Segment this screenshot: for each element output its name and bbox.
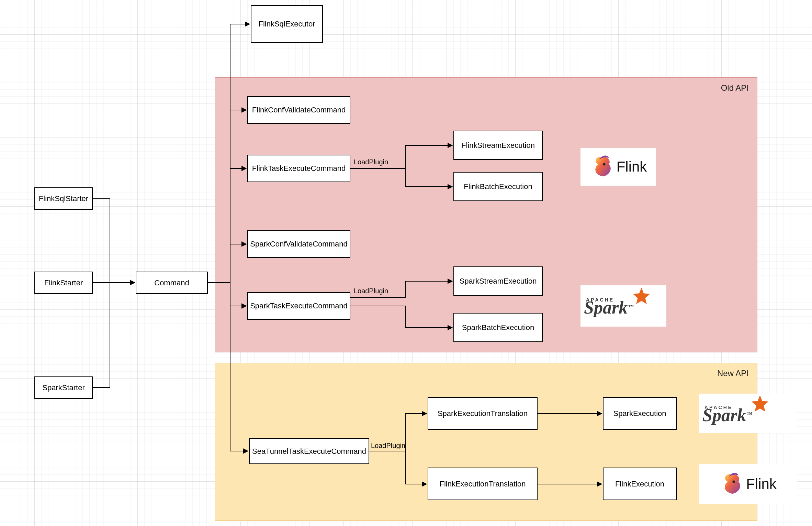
logo-spark-new: APACHE SparkTM xyxy=(699,394,797,433)
node-flink-conf-validate-command: FlinkConfValidateCommand xyxy=(247,96,350,124)
edge-label-load-plugin-2: LoadPlugin xyxy=(354,287,388,295)
logo-spark-text: Spark xyxy=(584,298,628,317)
node-label: Command xyxy=(154,278,189,287)
logo-flink-text: Flink xyxy=(746,476,777,492)
node-flink-stream-execution: FlinkStreamExecution xyxy=(453,131,543,160)
region-old-api-label: Old API xyxy=(721,83,749,93)
node-spark-execution-translation: SparkExecutionTranslation xyxy=(428,397,538,430)
node-flink-starter: FlinkStarter xyxy=(34,272,93,294)
node-label: SparkBatchExecution xyxy=(462,323,534,332)
node-label: FlinkExecution xyxy=(615,480,664,489)
region-new-api-label: New API xyxy=(717,369,749,378)
squirrel-icon xyxy=(590,155,614,179)
edge-label-load-plugin-3: LoadPlugin xyxy=(371,442,405,450)
svg-point-1 xyxy=(733,480,735,483)
node-command: Command xyxy=(136,272,208,294)
node-label: SparkStreamExecution xyxy=(460,277,537,286)
node-spark-task-execute-command: SparkTaskExecuteCommand xyxy=(247,292,350,320)
node-flink-execution: FlinkExecution xyxy=(603,468,677,500)
node-flink-batch-execution: FlinkBatchExecution xyxy=(453,172,543,201)
logo-flink-text: Flink xyxy=(617,158,647,175)
node-flink-execution-translation: FlinkExecutionTranslation xyxy=(428,468,538,500)
logo-flink-old: Flink xyxy=(580,148,656,186)
node-spark-stream-execution: SparkStreamExecution xyxy=(453,266,543,296)
node-label: SparkExecutionTranslation xyxy=(438,409,528,418)
squirrel-icon xyxy=(719,472,743,496)
spark-star-icon xyxy=(751,394,769,413)
logo-flink-new: Flink xyxy=(699,464,797,504)
node-label: FlinkBatchExecution xyxy=(464,182,532,191)
diagram-canvas: Old API New API FlinkSqlStarter FlinkSta… xyxy=(0,0,812,526)
edge-label-load-plugin-1: LoadPlugin xyxy=(354,158,388,166)
node-spark-batch-execution: SparkBatchExecution xyxy=(453,313,543,342)
node-seatunnel-task-execute-command: SeaTunnelTaskExecuteCommand xyxy=(249,438,369,464)
svg-point-0 xyxy=(603,163,605,166)
node-label: FlinkStreamExecution xyxy=(461,141,535,150)
node-flink-sql-starter: FlinkSqlStarter xyxy=(34,187,93,210)
node-label: SeaTunnelTaskExecuteCommand xyxy=(252,447,366,456)
node-label: SparkStarter xyxy=(42,383,85,392)
node-flink-task-execute-command: FlinkTaskExecuteCommand xyxy=(247,155,350,182)
node-label: SparkExecution xyxy=(613,409,666,418)
node-label: SparkTaskExecuteCommand xyxy=(250,302,348,310)
node-label: FlinkStarter xyxy=(44,278,83,287)
node-flink-sql-executor: FlinkSqlExecutor xyxy=(251,5,323,43)
node-label: FlinkConfValidateCommand xyxy=(252,106,346,114)
node-label: FlinkTaskExecuteCommand xyxy=(252,164,346,173)
node-label: FlinkSqlStarter xyxy=(39,194,88,203)
logo-spark-old: APACHE SparkTM xyxy=(580,285,666,327)
node-label: SparkConfValidateCommand xyxy=(250,240,347,249)
logo-spark-text: Spark xyxy=(702,405,746,425)
node-spark-starter: SparkStarter xyxy=(34,376,93,399)
node-spark-conf-validate-command: SparkConfValidateCommand xyxy=(247,230,350,258)
node-label: FlinkSqlExecutor xyxy=(258,20,315,29)
spark-star-icon xyxy=(632,287,651,306)
node-spark-execution: SparkExecution xyxy=(603,397,677,430)
node-label: FlinkExecutionTranslation xyxy=(439,480,526,489)
